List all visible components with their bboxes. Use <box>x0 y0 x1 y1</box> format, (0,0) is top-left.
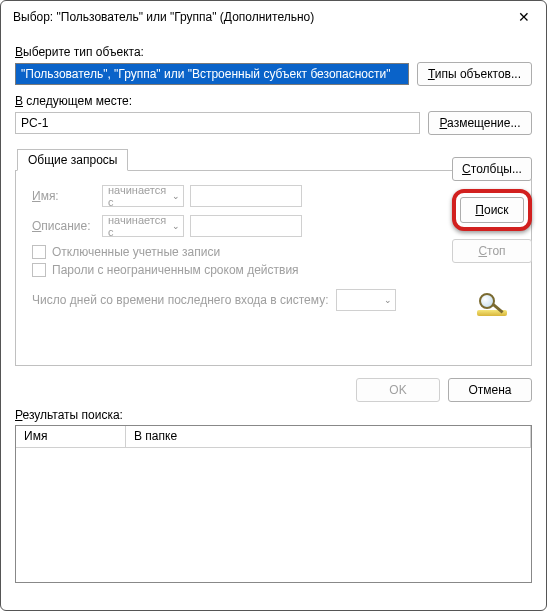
name-input[interactable] <box>190 185 302 207</box>
column-folder[interactable]: В папке <box>126 426 531 447</box>
titlebar: Выбор: "Пользователь" или "Группа" (Допо… <box>1 1 546 33</box>
chevron-down-icon: ⌄ <box>172 191 180 201</box>
column-name[interactable]: Имя <box>16 426 126 447</box>
object-type-field[interactable]: "Пользователь", "Группа" или "Встроенный… <box>15 63 409 85</box>
description-match-combo[interactable]: начинается с ⌄ <box>102 215 184 237</box>
window-title: Выбор: "Пользователь" или "Группа" (Допо… <box>13 10 314 24</box>
locations-button[interactable]: Размещение... <box>428 111 532 135</box>
days-combo[interactable]: ⌄ <box>336 289 396 311</box>
days-since-logon-label: Число дней со времени последнего входа в… <box>32 293 328 307</box>
search-button[interactable]: Поиск <box>460 197 524 223</box>
cancel-button[interactable]: Отмена <box>448 378 532 402</box>
disabled-accounts-label: Отключенные учетные записи <box>52 245 220 259</box>
results-label: Результаты поиска: <box>15 408 532 422</box>
checkbox-icon[interactable] <box>32 245 46 259</box>
content-area: Выберите тип объекта: "Пользователь", "Г… <box>1 33 546 593</box>
close-icon[interactable]: ✕ <box>502 1 546 33</box>
non-expiring-pw-row[interactable]: Пароли с неограниченным сроком действия <box>32 263 521 277</box>
non-expiring-pw-label: Пароли с неограниченным сроком действия <box>52 263 299 277</box>
ok-button[interactable]: OK <box>356 378 440 402</box>
side-column: Столбцы... Поиск Стоп <box>452 157 532 317</box>
description-input[interactable] <box>190 215 302 237</box>
results-list[interactable]: Имя В папке <box>15 425 532 583</box>
name-label: Имя: <box>32 189 96 203</box>
action-row: OK Отмена <box>15 378 532 402</box>
description-label: Описание: <box>32 219 96 233</box>
object-types-button[interactable]: Типы объектов... <box>417 62 532 86</box>
tab-common-queries[interactable]: Общие запросы <box>17 149 128 171</box>
columns-button[interactable]: Столбцы... <box>452 157 532 181</box>
stop-button[interactable]: Стоп <box>452 239 532 263</box>
disabled-accounts-row[interactable]: Отключенные учетные записи <box>32 245 521 259</box>
results-header: Имя В папке <box>16 426 531 448</box>
location-label: В следующем месте: <box>15 94 532 108</box>
chevron-down-icon: ⌄ <box>384 295 392 305</box>
search-button-highlight: Поиск <box>452 189 532 231</box>
chevron-down-icon: ⌄ <box>172 221 180 231</box>
location-field: PC-1 <box>15 112 420 134</box>
object-type-label: Выберите тип объекта: <box>15 45 532 59</box>
dialog-window: Выбор: "Пользователь" или "Группа" (Допо… <box>0 0 547 611</box>
name-match-combo[interactable]: начинается с ⌄ <box>102 185 184 207</box>
checkbox-icon[interactable] <box>32 263 46 277</box>
search-icon <box>475 293 509 317</box>
